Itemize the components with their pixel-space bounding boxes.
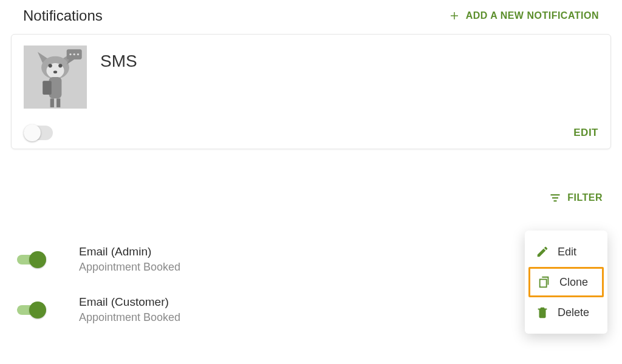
svg-rect-15 xyxy=(552,197,558,198)
context-menu: Edit Clone Delete xyxy=(525,231,607,334)
menu-item-delete[interactable]: Delete xyxy=(525,297,607,328)
svg-point-3 xyxy=(49,64,52,67)
add-notification-button[interactable]: ADD A NEW NOTIFICATION xyxy=(449,10,599,21)
svg-rect-8 xyxy=(56,98,60,107)
svg-point-12 xyxy=(73,53,75,55)
toggle-knob xyxy=(24,124,41,141)
filter-button[interactable]: FILTER xyxy=(549,192,603,204)
plus-icon xyxy=(449,10,460,21)
menu-item-clone[interactable]: Clone xyxy=(528,267,604,297)
svg-rect-14 xyxy=(551,194,560,195)
copy-icon xyxy=(538,275,551,289)
svg-rect-17 xyxy=(540,279,547,287)
toggle-knob xyxy=(29,302,46,318)
toggle-knob xyxy=(29,251,46,268)
filter-icon xyxy=(549,192,561,204)
row-subtitle: Appointment Booked xyxy=(79,311,180,324)
svg-point-13 xyxy=(77,53,79,55)
svg-rect-7 xyxy=(50,98,54,107)
menu-edit-label: Edit xyxy=(558,246,576,258)
row-toggle[interactable] xyxy=(17,255,44,265)
notification-avatar xyxy=(24,46,87,109)
filter-label: FILTER xyxy=(567,192,603,203)
svg-point-4 xyxy=(58,64,62,67)
row-title: Email (Customer) xyxy=(79,295,180,309)
svg-point-11 xyxy=(69,53,71,55)
pencil-icon xyxy=(536,245,549,258)
menu-clone-label: Clone xyxy=(559,276,588,289)
row-toggle[interactable] xyxy=(17,305,44,315)
row-title: Email (Admin) xyxy=(79,245,180,258)
svg-rect-9 xyxy=(43,81,52,95)
row-subtitle: Appointment Booked xyxy=(79,261,180,274)
menu-item-edit[interactable]: Edit xyxy=(525,237,607,267)
notification-card: SMS EDIT xyxy=(11,34,611,149)
trash-icon xyxy=(536,306,549,319)
card-toggle[interactable] xyxy=(24,126,53,140)
card-edit-button[interactable]: EDIT xyxy=(573,127,598,139)
menu-delete-label: Delete xyxy=(558,306,589,319)
svg-point-5 xyxy=(53,70,57,73)
add-notification-label: ADD A NEW NOTIFICATION xyxy=(466,10,599,21)
card-title: SMS xyxy=(100,52,137,71)
svg-rect-16 xyxy=(554,200,557,201)
page-title: Notifications xyxy=(23,7,103,24)
